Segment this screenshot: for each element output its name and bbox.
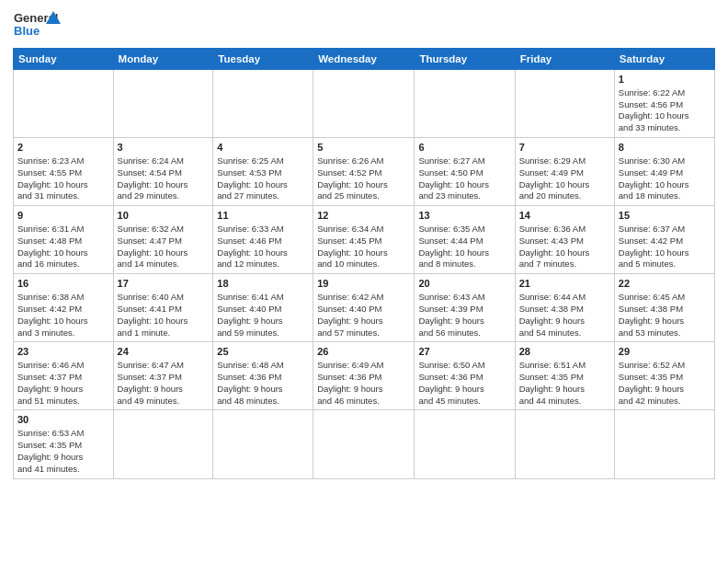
calendar-cell (614, 410, 714, 478)
day-info: Sunrise: 6:47 AM Sunset: 4:37 PM Dayligh… (118, 360, 184, 405)
calendar-cell (515, 70, 614, 138)
calendar-week-4: 16Sunrise: 6:38 AM Sunset: 4:42 PM Dayli… (14, 274, 715, 342)
day-number: 6 (418, 141, 510, 155)
calendar-cell: 17Sunrise: 6:40 AM Sunset: 4:41 PM Dayli… (113, 274, 213, 342)
col-header-saturday: Saturday (614, 49, 714, 70)
calendar-cell: 23Sunrise: 6:46 AM Sunset: 4:37 PM Dayli… (14, 342, 114, 410)
day-number: 14 (519, 209, 610, 223)
calendar-cell: 10Sunrise: 6:32 AM Sunset: 4:47 PM Dayli… (113, 206, 213, 274)
calendar-cell: 5Sunrise: 6:26 AM Sunset: 4:52 PM Daylig… (313, 138, 415, 206)
col-header-thursday: Thursday (415, 49, 515, 70)
day-number: 8 (619, 141, 711, 155)
calendar-page: General Blue SundayMondayTuesdayWednesda… (0, 0, 728, 563)
day-info: Sunrise: 6:23 AM Sunset: 4:55 PM Dayligh… (17, 155, 88, 201)
day-info: Sunrise: 6:32 AM Sunset: 4:47 PM Dayligh… (118, 224, 188, 269)
calendar-cell: 27Sunrise: 6:50 AM Sunset: 4:36 PM Dayli… (415, 342, 515, 410)
day-number: 15 (619, 209, 711, 223)
day-number: 20 (418, 277, 510, 291)
day-info: Sunrise: 6:31 AM Sunset: 4:48 PM Dayligh… (17, 224, 88, 269)
day-info: Sunrise: 6:22 AM Sunset: 4:56 PM Dayligh… (619, 87, 689, 132)
col-header-tuesday: Tuesday (213, 49, 313, 70)
day-info: Sunrise: 6:27 AM Sunset: 4:50 PM Dayligh… (418, 155, 489, 201)
day-info: Sunrise: 6:29 AM Sunset: 4:49 PM Dayligh… (519, 155, 590, 201)
day-number: 11 (217, 209, 309, 223)
calendar-cell: 30Sunrise: 6:53 AM Sunset: 4:35 PM Dayli… (14, 410, 114, 478)
calendar-week-6: 30Sunrise: 6:53 AM Sunset: 4:35 PM Dayli… (14, 410, 715, 478)
calendar-cell (113, 70, 213, 138)
calendar-cell (313, 70, 415, 138)
header: General Blue (13, 9, 715, 42)
day-info: Sunrise: 6:45 AM Sunset: 4:38 PM Dayligh… (619, 292, 685, 337)
calendar-cell: 14Sunrise: 6:36 AM Sunset: 4:43 PM Dayli… (515, 206, 614, 274)
calendar-cell: 2Sunrise: 6:23 AM Sunset: 4:55 PM Daylig… (14, 138, 114, 206)
calendar-cell: 12Sunrise: 6:34 AM Sunset: 4:45 PM Dayli… (313, 206, 415, 274)
day-info: Sunrise: 6:25 AM Sunset: 4:53 PM Dayligh… (217, 155, 288, 201)
logo: General Blue (13, 9, 61, 42)
calendar-cell: 16Sunrise: 6:38 AM Sunset: 4:42 PM Dayli… (14, 274, 114, 342)
calendar-week-2: 2Sunrise: 6:23 AM Sunset: 4:55 PM Daylig… (14, 138, 715, 206)
day-number: 10 (118, 209, 210, 223)
day-info: Sunrise: 6:40 AM Sunset: 4:41 PM Dayligh… (118, 292, 188, 337)
svg-text:Blue: Blue (14, 24, 40, 38)
calendar-week-1: 1Sunrise: 6:22 AM Sunset: 4:56 PM Daylig… (14, 70, 715, 138)
calendar-cell: 15Sunrise: 6:37 AM Sunset: 4:42 PM Dayli… (614, 206, 714, 274)
calendar-cell (213, 70, 313, 138)
day-number: 1 (619, 73, 711, 86)
calendar-cell: 11Sunrise: 6:33 AM Sunset: 4:46 PM Dayli… (213, 206, 313, 274)
calendar-cell: 1Sunrise: 6:22 AM Sunset: 4:56 PM Daylig… (614, 70, 714, 138)
calendar-cell: 7Sunrise: 6:29 AM Sunset: 4:49 PM Daylig… (515, 138, 614, 206)
day-info: Sunrise: 6:36 AM Sunset: 4:43 PM Dayligh… (519, 224, 590, 269)
day-number: 13 (418, 209, 510, 223)
day-number: 26 (317, 345, 410, 359)
calendar-cell: 25Sunrise: 6:48 AM Sunset: 4:36 PM Dayli… (213, 342, 313, 410)
calendar-cell (515, 410, 614, 478)
calendar-cell (113, 410, 213, 478)
calendar-cell: 26Sunrise: 6:49 AM Sunset: 4:36 PM Dayli… (313, 342, 415, 410)
day-number: 22 (619, 277, 711, 291)
day-number: 21 (519, 277, 610, 291)
calendar-cell: 9Sunrise: 6:31 AM Sunset: 4:48 PM Daylig… (14, 206, 114, 274)
col-header-sunday: Sunday (14, 49, 114, 70)
day-number: 12 (317, 209, 410, 223)
day-info: Sunrise: 6:24 AM Sunset: 4:54 PM Dayligh… (118, 155, 188, 201)
calendar-cell: 4Sunrise: 6:25 AM Sunset: 4:53 PM Daylig… (213, 138, 313, 206)
day-number: 17 (118, 277, 210, 291)
day-number: 19 (317, 277, 410, 291)
day-info: Sunrise: 6:34 AM Sunset: 4:45 PM Dayligh… (317, 224, 388, 269)
calendar-cell: 19Sunrise: 6:42 AM Sunset: 4:40 PM Dayli… (313, 274, 415, 342)
calendar-cell: 8Sunrise: 6:30 AM Sunset: 4:49 PM Daylig… (614, 138, 714, 206)
calendar-cell: 6Sunrise: 6:27 AM Sunset: 4:50 PM Daylig… (415, 138, 515, 206)
day-info: Sunrise: 6:41 AM Sunset: 4:40 PM Dayligh… (217, 292, 283, 337)
calendar-cell: 3Sunrise: 6:24 AM Sunset: 4:54 PM Daylig… (113, 138, 213, 206)
day-info: Sunrise: 6:43 AM Sunset: 4:39 PM Dayligh… (418, 292, 484, 337)
day-info: Sunrise: 6:42 AM Sunset: 4:40 PM Dayligh… (317, 292, 383, 337)
col-header-wednesday: Wednesday (313, 49, 415, 70)
day-number: 2 (17, 141, 109, 155)
day-info: Sunrise: 6:30 AM Sunset: 4:49 PM Dayligh… (619, 155, 689, 201)
day-number: 18 (217, 277, 309, 291)
day-info: Sunrise: 6:50 AM Sunset: 4:36 PM Dayligh… (418, 360, 484, 405)
day-info: Sunrise: 6:52 AM Sunset: 4:35 PM Dayligh… (619, 360, 685, 405)
day-info: Sunrise: 6:44 AM Sunset: 4:38 PM Dayligh… (519, 292, 586, 337)
day-info: Sunrise: 6:49 AM Sunset: 4:36 PM Dayligh… (317, 360, 383, 405)
day-number: 4 (217, 141, 309, 155)
calendar-table: SundayMondayTuesdayWednesdayThursdayFrid… (13, 48, 715, 479)
calendar-cell: 13Sunrise: 6:35 AM Sunset: 4:44 PM Dayli… (415, 206, 515, 274)
day-number: 30 (17, 413, 109, 427)
day-info: Sunrise: 6:51 AM Sunset: 4:35 PM Dayligh… (519, 360, 586, 405)
calendar-cell: 21Sunrise: 6:44 AM Sunset: 4:38 PM Dayli… (515, 274, 614, 342)
calendar-cell (213, 410, 313, 478)
day-info: Sunrise: 6:48 AM Sunset: 4:36 PM Dayligh… (217, 360, 283, 405)
day-number: 25 (217, 345, 309, 359)
day-info: Sunrise: 6:33 AM Sunset: 4:46 PM Dayligh… (217, 224, 288, 269)
calendar-cell (313, 410, 415, 478)
calendar-cell: 18Sunrise: 6:41 AM Sunset: 4:40 PM Dayli… (213, 274, 313, 342)
day-info: Sunrise: 6:38 AM Sunset: 4:42 PM Dayligh… (17, 292, 88, 337)
day-number: 29 (619, 345, 711, 359)
col-header-friday: Friday (515, 49, 614, 70)
calendar-cell: 24Sunrise: 6:47 AM Sunset: 4:37 PM Dayli… (113, 342, 213, 410)
day-info: Sunrise: 6:37 AM Sunset: 4:42 PM Dayligh… (619, 224, 689, 269)
day-info: Sunrise: 6:46 AM Sunset: 4:37 PM Dayligh… (17, 360, 84, 405)
day-number: 5 (317, 141, 410, 155)
calendar-cell (415, 410, 515, 478)
